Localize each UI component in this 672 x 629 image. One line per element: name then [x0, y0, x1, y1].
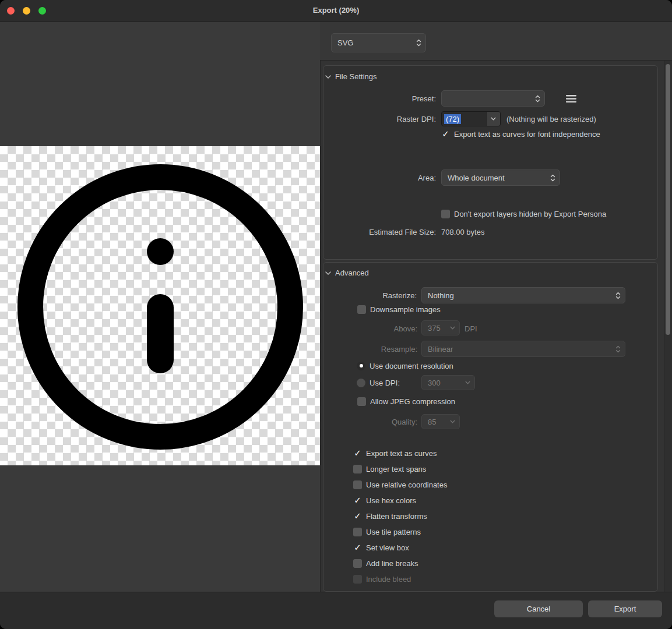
- checkbox-allow-jpeg[interactable]: Allow JPEG compression: [357, 397, 455, 406]
- preset-dropdown[interactable]: [441, 90, 545, 107]
- updown-chevron-icon: [535, 95, 540, 103]
- radio-use-document-resolution[interactable]: Use document resolution: [357, 361, 453, 370]
- checkbox-label: Add line breaks: [366, 559, 418, 568]
- titlebar: Export (20%): [0, 0, 672, 22]
- area-label: Area:: [366, 174, 436, 182]
- export-button[interactable]: Export: [588, 600, 662, 617]
- radio-icon: [357, 362, 365, 370]
- file-settings-title: File Settings: [335, 72, 377, 81]
- updown-chevron-icon: [615, 345, 621, 353]
- updown-chevron-icon: [615, 292, 621, 299]
- radio-label: Use DPI:: [370, 379, 400, 387]
- updown-chevron-icon: [550, 174, 555, 182]
- advanced-header[interactable]: Advanced: [325, 268, 369, 277]
- above-dpi-dropdown: 375: [421, 320, 460, 335]
- above-label: Above:: [347, 324, 417, 333]
- rasterize-label: Rasterize:: [326, 291, 417, 300]
- checkbox-use-tile-patterns[interactable]: Use tile patterns: [353, 527, 421, 536]
- dialog-footer: Cancel Export: [0, 592, 672, 629]
- raster-dpi-note: (Nothing will be rasterized): [506, 115, 596, 123]
- checkbox-label: Longer text spans: [366, 465, 426, 473]
- resample-label: Resample:: [347, 345, 417, 354]
- checkbox-label: Use hex colors: [366, 496, 416, 505]
- radio-use-dpi[interactable]: Use DPI:: [357, 378, 400, 387]
- checkbox-icon: [441, 210, 450, 218]
- checkbox-export-text-curves-font[interactable]: ✓ Export text as curves for font indepen…: [441, 129, 600, 139]
- rasterize-value: Nothing: [428, 291, 615, 300]
- transparency-checkerboard: [0, 146, 320, 465]
- checkbox-use-hex-colors[interactable]: ✓ Use hex colors: [353, 496, 416, 505]
- file-settings-header[interactable]: File Settings: [325, 72, 377, 81]
- quality-label: Quality:: [347, 418, 417, 426]
- hamburger-icon: [566, 95, 576, 103]
- raster-dpi-combo[interactable]: (72): [441, 111, 501, 126]
- checkbox-icon: [353, 575, 362, 584]
- area-value: Whole document: [448, 174, 550, 182]
- info-icon-artwork: [0, 146, 320, 465]
- quality-dropdown: 85: [421, 414, 460, 429]
- resample-value: Bilinear: [428, 345, 615, 354]
- checkbox-label: Downsample images: [370, 305, 441, 314]
- checkbox-icon: [357, 305, 366, 314]
- chevron-down-icon: [486, 112, 500, 126]
- use-dpi-dropdown: 300: [421, 375, 475, 390]
- checkbox-icon: ✓: [353, 449, 362, 458]
- updown-chevron-icon: [416, 39, 421, 47]
- quality-value: 85: [428, 418, 450, 426]
- checkbox-export-text-as-curves[interactable]: ✓ Export text as curves: [353, 448, 437, 458]
- checkbox-label: Include bleed: [366, 575, 411, 584]
- advanced-title: Advanced: [335, 268, 369, 277]
- chevron-down-icon: [465, 381, 470, 384]
- checkbox-icon: [357, 397, 366, 406]
- raster-dpi-input: (72): [442, 112, 486, 126]
- export-dialog: Export (20%) SVG File Settings Preset:: [0, 0, 672, 629]
- window-title: Export (20%): [0, 6, 672, 15]
- scrollbar-thumb[interactable]: [666, 64, 670, 335]
- checkbox-icon: [353, 559, 362, 568]
- checkbox-icon: ✓: [353, 496, 362, 505]
- checkbox-label: Export text as curves: [366, 449, 437, 458]
- checkbox-label: Use relative coordinates: [366, 480, 447, 489]
- checkbox-use-relative-coordinates[interactable]: Use relative coordinates: [353, 480, 447, 489]
- checkbox-set-view-box[interactable]: ✓ Set view box: [353, 543, 409, 552]
- area-dropdown[interactable]: Whole document: [441, 169, 560, 186]
- checkbox-flatten-transforms[interactable]: ✓ Flatten transforms: [353, 511, 427, 521]
- checkbox-icon: ✓: [353, 543, 362, 552]
- checkbox-label: Allow JPEG compression: [370, 397, 455, 406]
- checkbox-icon: ✓: [441, 130, 450, 139]
- checkbox-label: Flatten transforms: [366, 512, 427, 521]
- preset-label: Preset:: [366, 94, 436, 103]
- chevron-down-icon: [325, 271, 331, 275]
- radio-icon: [357, 379, 365, 387]
- raster-dpi-selected-text: (72): [444, 114, 461, 124]
- checkbox-icon: [353, 528, 362, 536]
- chevron-down-icon: [450, 420, 455, 423]
- checkbox-label: Use tile patterns: [366, 528, 421, 536]
- resample-dropdown: Bilinear: [421, 341, 625, 357]
- checkbox-include-bleed: Include bleed: [353, 574, 411, 584]
- checkbox-label: Don't export layers hidden by Export Per…: [454, 210, 606, 218]
- radio-label: Use document resolution: [370, 362, 453, 370]
- chevron-down-icon: [450, 326, 455, 330]
- use-dpi-value: 300: [428, 379, 465, 387]
- checkbox-icon: [353, 480, 362, 489]
- format-dropdown[interactable]: SVG: [331, 33, 426, 52]
- above-dpi-unit: DPI: [465, 324, 477, 333]
- checkbox-icon: ✓: [353, 512, 362, 521]
- preview-pane: [0, 22, 320, 592]
- checkbox-label: Set view box: [366, 543, 409, 552]
- chevron-down-icon: [325, 75, 331, 79]
- estimated-size-label: Estimated File Size:: [326, 228, 436, 236]
- checkbox-icon: [353, 465, 362, 473]
- estimated-size-value: 708.00 bytes: [441, 228, 484, 236]
- checkbox-dont-export-hidden[interactable]: Don't export layers hidden by Export Per…: [441, 209, 606, 218]
- checkbox-longer-text-spans[interactable]: Longer text spans: [353, 464, 426, 473]
- raster-dpi-label: Raster DPI:: [366, 115, 436, 123]
- preset-menu-button[interactable]: [566, 94, 576, 105]
- cancel-button[interactable]: Cancel: [494, 600, 583, 617]
- format-value: SVG: [337, 38, 416, 47]
- checkbox-label: Export text as curves for font independe…: [454, 130, 600, 139]
- checkbox-downsample-images[interactable]: Downsample images: [357, 305, 441, 314]
- checkbox-add-line-breaks[interactable]: Add line breaks: [353, 559, 418, 568]
- rasterize-dropdown[interactable]: Nothing: [421, 287, 625, 303]
